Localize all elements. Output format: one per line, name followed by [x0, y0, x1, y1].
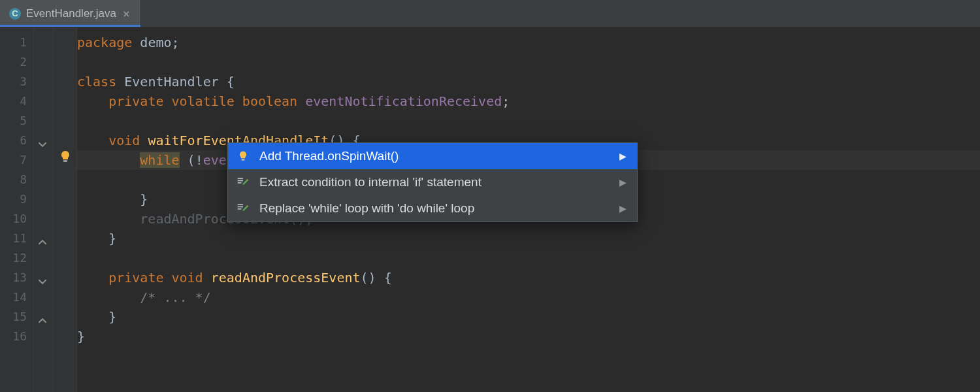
intention-item-label: Extract condition to internal 'if' state… — [259, 175, 482, 189]
line-number: 9 — [0, 189, 27, 209]
pencil-icon — [236, 201, 250, 216]
line-number: 2 — [0, 52, 27, 72]
code-line: } — [77, 307, 116, 327]
line-number: 1 — [0, 33, 27, 52]
svg-rect-3 — [238, 180, 243, 182]
submenu-arrow-icon: ▶ — [619, 151, 627, 161]
fold-gutter — [34, 27, 54, 392]
editor-tab[interactable]: C EventHandler.java × — [0, 0, 141, 27]
line-number: 4 — [0, 91, 27, 111]
code-line: class EventHandler { — [77, 72, 235, 91]
line-number: 6 — [0, 131, 27, 150]
code-line: } — [77, 189, 148, 209]
line-number: 11 — [0, 229, 27, 248]
line-number: 15 — [0, 307, 27, 327]
submenu-arrow-icon: ▶ — [619, 177, 627, 188]
line-number: 10 — [0, 209, 27, 229]
class-file-icon: C — [9, 8, 21, 20]
code-line: package demo; — [77, 33, 180, 52]
svg-rect-4 — [238, 182, 242, 184]
pencil-icon — [236, 175, 250, 189]
code-line: private volatile boolean eventNotificati… — [77, 91, 510, 111]
svg-rect-0 — [63, 160, 67, 162]
line-number: 16 — [0, 327, 27, 346]
fold-start-icon[interactable] — [38, 140, 47, 149]
code-line: } — [77, 327, 85, 346]
submenu-arrow-icon: ▶ — [619, 203, 627, 214]
line-number: 14 — [0, 287, 27, 307]
code-line: } — [77, 229, 116, 248]
line-number-gutter: 1 2 3 4 5 6 7 8 9 10 11 12 13 14 15 16 — [0, 27, 34, 392]
svg-rect-2 — [238, 178, 243, 179]
intention-item-add-onspinwait[interactable]: Add Thread.onSpinWait() ▶ — [228, 143, 637, 169]
intention-bulb-icon[interactable] — [57, 149, 73, 165]
svg-rect-6 — [238, 206, 243, 208]
bulb-icon — [236, 149, 250, 163]
code-line: private void readAndProcessEvent() { — [77, 268, 392, 287]
code-line: /* ... */ — [77, 287, 211, 307]
intention-item-label: Add Thread.onSpinWait() — [259, 149, 399, 163]
svg-rect-5 — [238, 204, 243, 205]
icon-gutter — [54, 27, 77, 392]
fold-end-icon[interactable] — [38, 238, 47, 247]
fold-start-icon[interactable] — [38, 277, 47, 286]
svg-rect-7 — [238, 208, 242, 210]
line-number: 7 — [0, 150, 27, 170]
tab-filename: EventHandler.java — [26, 7, 116, 20]
intention-item-extract-condition[interactable]: Extract condition to internal 'if' state… — [228, 169, 637, 195]
close-tab-icon[interactable]: × — [122, 8, 131, 20]
line-number: 3 — [0, 72, 27, 91]
line-number: 5 — [0, 111, 27, 131]
line-number: 12 — [0, 248, 27, 268]
intention-item-label: Replace 'while' loop with 'do while' loo… — [259, 201, 474, 216]
svg-rect-1 — [242, 159, 245, 161]
intention-popup[interactable]: Add Thread.onSpinWait() ▶ Extract condit… — [227, 142, 638, 222]
tab-bar: C EventHandler.java × — [0, 0, 980, 27]
fold-end-icon[interactable] — [38, 316, 47, 325]
line-number: 13 — [0, 268, 27, 287]
intention-item-replace-while[interactable]: Replace 'while' loop with 'do while' loo… — [228, 195, 637, 221]
line-number: 8 — [0, 170, 27, 189]
